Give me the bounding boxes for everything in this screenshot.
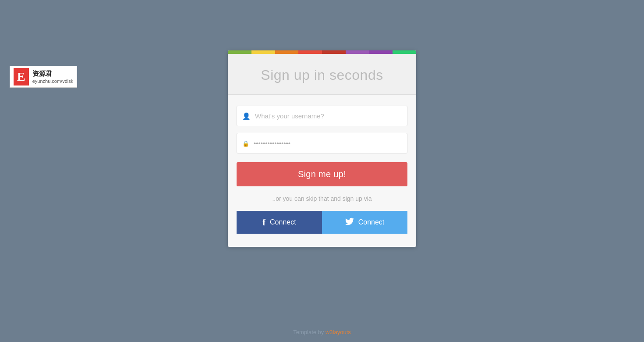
- footer-text: Template by: [293, 329, 326, 335]
- facebook-icon: f: [262, 217, 265, 228]
- social-buttons: f Connect Connect: [237, 211, 407, 234]
- color-seg-2: [251, 50, 275, 54]
- facebook-connect-button[interactable]: f Connect: [237, 211, 322, 234]
- or-text: ..or you can skip that and sign up via: [237, 195, 407, 202]
- color-seg-7: [369, 50, 393, 54]
- color-seg-5: [322, 50, 346, 54]
- page-title: Sign up in seconds: [237, 67, 407, 83]
- username-input[interactable]: [255, 106, 402, 126]
- watermark-text: 资源君 eyunzhu.com/vdisk: [32, 69, 74, 84]
- twitter-connect-button[interactable]: Connect: [322, 211, 407, 234]
- twitter-icon: [345, 217, 354, 228]
- footer-link[interactable]: w3layouts: [326, 329, 351, 335]
- password-input-group: [237, 133, 407, 153]
- signup-button[interactable]: Sign me up!: [237, 162, 407, 186]
- facebook-label: Connect: [270, 218, 296, 226]
- username-input-group: [237, 106, 407, 126]
- twitter-label: Connect: [358, 218, 385, 226]
- watermark-logo: E 资源君 eyunzhu.com/vdisk: [10, 66, 77, 88]
- footer: Template by w3layouts: [293, 329, 351, 335]
- color-seg-6: [346, 50, 369, 54]
- color-seg-3: [275, 50, 299, 54]
- watermark-line1: 资源君: [32, 69, 74, 78]
- watermark-line2: eyunzhu.com/vdisk: [32, 78, 74, 84]
- password-input[interactable]: [254, 133, 402, 153]
- color-bar: [228, 50, 416, 54]
- color-seg-8: [393, 50, 416, 54]
- card-header: Sign up in seconds: [228, 54, 416, 95]
- signup-card: Sign up in seconds Sign me up! ..or you …: [228, 50, 416, 247]
- card-body: Sign me up! ..or you can skip that and s…: [228, 95, 416, 247]
- watermark-letter: E: [14, 68, 29, 86]
- color-seg-4: [298, 50, 322, 54]
- person-icon: [242, 112, 251, 120]
- color-seg-1: [228, 50, 251, 54]
- lock-icon: [242, 139, 249, 147]
